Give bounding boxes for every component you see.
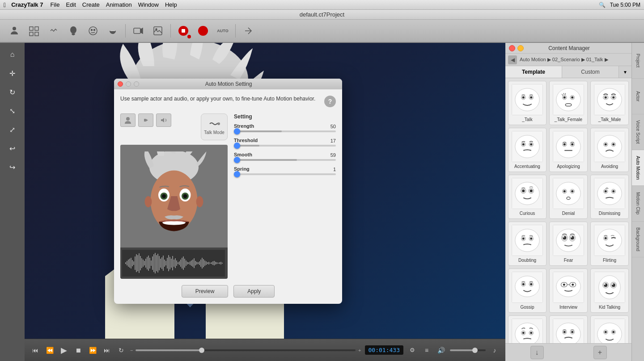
timeline-slider[interactable] bbox=[136, 349, 356, 351]
rotate-tool[interactable]: ↻ bbox=[4, 84, 21, 100]
speaker-btn[interactable] bbox=[156, 113, 171, 127]
close-dialog-btn[interactable] bbox=[118, 81, 123, 87]
list-btn[interactable]: ≡ bbox=[421, 345, 432, 356]
list-item[interactable]: Doubting bbox=[508, 222, 547, 266]
face-btn[interactable] bbox=[84, 22, 102, 40]
tab-motion-clip[interactable]: Motion Clip bbox=[632, 186, 644, 222]
tab-project[interactable]: Project bbox=[632, 43, 644, 79]
close-panel-btn[interactable] bbox=[509, 45, 515, 51]
tab-background[interactable]: Background bbox=[632, 222, 644, 257]
audio-btn[interactable] bbox=[194, 22, 212, 40]
spring-slider[interactable] bbox=[234, 173, 336, 175]
list-item[interactable]: Avoiding bbox=[590, 128, 629, 172]
head-btn[interactable] bbox=[64, 22, 82, 40]
stop-btn[interactable]: ⏹ bbox=[73, 345, 84, 356]
list-item[interactable]: Apologizing bbox=[549, 128, 588, 172]
apply-button[interactable]: Apply bbox=[233, 285, 275, 298]
zoom-out-icon[interactable]: − bbox=[130, 348, 133, 353]
menu-animation[interactable]: Animation bbox=[106, 1, 132, 8]
actor-select-btn[interactable] bbox=[120, 113, 136, 127]
audio-out-btn[interactable]: 🔊 bbox=[436, 345, 446, 356]
back-btn[interactable]: ◀ bbox=[508, 55, 517, 64]
item-image bbox=[553, 225, 584, 256]
export-btn[interactable] bbox=[239, 22, 257, 40]
list-item[interactable]: Thinking bbox=[549, 315, 588, 343]
zoom-in-icon[interactable]: + bbox=[358, 348, 361, 353]
tab-voice-script[interactable]: Voice Script bbox=[632, 114, 644, 150]
scale-tool[interactable]: ⤡ bbox=[4, 103, 21, 119]
apple-menu[interactable]:  bbox=[4, 1, 6, 8]
maximize-dialog-btn[interactable] bbox=[134, 81, 139, 87]
threshold-slider[interactable] bbox=[234, 145, 336, 147]
motion-btn[interactable] bbox=[45, 22, 63, 40]
list-item[interactable]: _Talk_Female bbox=[549, 81, 588, 125]
rewind-start-btn[interactable]: ⏮ bbox=[30, 345, 41, 356]
strength-thumb[interactable] bbox=[234, 128, 240, 134]
list-item[interactable]: _Talk bbox=[508, 81, 547, 125]
image-btn[interactable] bbox=[149, 22, 167, 40]
redo-tool[interactable]: ↪ bbox=[4, 159, 21, 175]
canvas-area[interactable]: Auto Motion Setting Use sample actor and… bbox=[25, 43, 505, 361]
spotlight-icon[interactable]: 🔍 bbox=[599, 2, 606, 8]
list-item[interactable]: Dismissing bbox=[590, 175, 629, 219]
help-icon[interactable]: ? bbox=[324, 96, 336, 107]
app-name[interactable]: CrazyTalk 7 bbox=[11, 1, 43, 8]
home-tool[interactable]: ⌂ bbox=[4, 46, 21, 63]
svg-point-219 bbox=[571, 331, 573, 333]
loop-btn[interactable]: ↻ bbox=[116, 345, 127, 356]
strength-slider[interactable] bbox=[234, 130, 336, 132]
step-forward-btn[interactable]: ⏩ bbox=[87, 345, 98, 356]
list-item[interactable]: Curious bbox=[508, 175, 547, 219]
add-btn[interactable]: + bbox=[593, 346, 607, 359]
svg-point-192 bbox=[530, 283, 532, 285]
record-btn[interactable] bbox=[174, 22, 192, 40]
smooth-thumb[interactable] bbox=[234, 157, 240, 163]
list-item[interactable]: _Talk_Male bbox=[590, 81, 629, 125]
mouth-btn[interactable] bbox=[104, 22, 122, 40]
menu-window[interactable]: Window bbox=[138, 1, 159, 8]
list-item[interactable]: Fear bbox=[549, 222, 588, 266]
minimize-panel-btn[interactable] bbox=[517, 45, 524, 51]
play-btn[interactable]: ▶ bbox=[59, 345, 69, 356]
talk-mode-btn[interactable]: Talk Mode bbox=[201, 113, 228, 140]
tab-arrow[interactable]: ▼ bbox=[619, 66, 631, 78]
list-item[interactable]: Gossip bbox=[508, 269, 547, 313]
list-item[interactable]: Flirting bbox=[590, 222, 629, 266]
menu-create[interactable]: Create bbox=[82, 1, 100, 8]
fit-tool[interactable]: ⤢ bbox=[4, 122, 21, 138]
menu-file[interactable]: File bbox=[50, 1, 59, 8]
list-item[interactable]: Kid Talking bbox=[590, 269, 629, 313]
tab-template[interactable]: Template bbox=[505, 66, 562, 78]
menu-edit[interactable]: Edit bbox=[66, 1, 76, 8]
move-tool[interactable]: ✛ bbox=[4, 65, 21, 81]
volume-thumb[interactable] bbox=[472, 348, 478, 353]
list-item[interactable]: Laughing bbox=[508, 315, 547, 343]
undo-tool[interactable]: ↩ bbox=[4, 140, 21, 156]
actor-btn[interactable] bbox=[5, 22, 23, 40]
threshold-thumb[interactable] bbox=[234, 143, 240, 149]
tab-auto-motion[interactable]: Auto Motion bbox=[632, 150, 644, 186]
list-item[interactable]: Denial bbox=[549, 175, 588, 219]
list-item[interactable]: Interview bbox=[549, 269, 588, 313]
smooth-slider[interactable] bbox=[234, 159, 336, 161]
minimize-dialog-btn[interactable] bbox=[126, 81, 131, 87]
volume-slider[interactable] bbox=[450, 349, 486, 351]
scene-btn[interactable] bbox=[25, 22, 43, 40]
step-back-btn[interactable]: ⏪ bbox=[44, 345, 55, 356]
menu-help[interactable]: Help bbox=[165, 1, 177, 8]
tab-actor[interactable]: Actor bbox=[632, 79, 644, 114]
auto-btn[interactable]: AUTO bbox=[214, 22, 232, 40]
audio-select-btn[interactable] bbox=[138, 113, 153, 127]
side-tabs: Project Actor Voice Script Auto Motion M… bbox=[631, 43, 644, 361]
preview-button[interactable]: Preview bbox=[182, 285, 229, 298]
download-btn[interactable]: ↓ bbox=[530, 346, 544, 359]
timeline-thumb[interactable] bbox=[199, 348, 204, 353]
spring-thumb[interactable] bbox=[234, 171, 240, 177]
camera-btn[interactable] bbox=[129, 22, 147, 40]
list-item[interactable]: Accentuating bbox=[508, 128, 547, 172]
settings-btn[interactable]: ⚙ bbox=[407, 345, 418, 356]
fast-forward-btn[interactable]: ⏭ bbox=[102, 345, 112, 356]
list-item[interactable]: Worried bbox=[590, 315, 629, 343]
tab-custom[interactable]: Custom bbox=[562, 66, 619, 78]
music-btn[interactable]: ♪ bbox=[489, 345, 500, 356]
